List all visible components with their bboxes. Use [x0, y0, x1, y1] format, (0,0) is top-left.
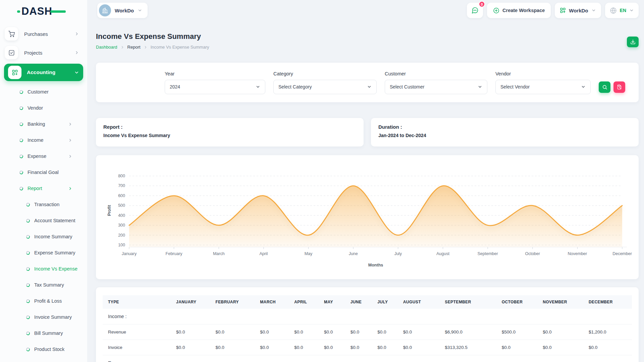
year-value: 2024 — [170, 84, 180, 89]
year-select[interactable]: 2024 — [165, 80, 265, 94]
sidebar-subitem-profit-loss[interactable]: Profit & Loss — [5, 293, 83, 309]
table-row-revenue: Revenue$0.0$0.0$0.0$0.0$0.0$0.0$0.0$0.0$… — [103, 324, 632, 340]
table-header-row: TYPEJANUARYFEBRUARYMARCHAPRILMAYJUNEJULY… — [103, 295, 632, 309]
chevron-down-icon — [478, 84, 482, 89]
sidebar-subitem-expense[interactable]: Expense — [5, 148, 83, 164]
reset-filter-button[interactable] — [613, 81, 625, 93]
profit-area-chart: 100200300400500600700800JanuaryFebruaryM… — [101, 160, 635, 276]
main-content: Income Vs Expense Summary Dashboard Repo… — [87, 21, 644, 362]
svg-text:June: June — [349, 251, 358, 256]
sidebar-subitem-bill-summary[interactable]: Bill Summary — [5, 325, 83, 341]
breadcrumb: Dashboard Report Income Vs Expense Summa… — [96, 45, 209, 50]
bullet-icon — [26, 266, 31, 271]
svg-text:December: December — [612, 251, 632, 256]
language-selector[interactable]: EN — [605, 3, 639, 18]
workspace-switcher[interactable]: WorkDo — [97, 3, 148, 18]
category-select[interactable]: Select Category — [273, 80, 377, 94]
duration-card-value: Jan-2024 to Dec-2024 — [378, 133, 631, 138]
sidebar-subitem-account-statement[interactable]: Account Statement — [5, 213, 83, 229]
report-summary-card: Report : Income Vs Expense Summary — [96, 118, 364, 146]
sidebar-subitem-income-vs-expense[interactable]: Income Vs Expense — [5, 261, 83, 277]
chevron-down-icon — [591, 8, 596, 13]
bullet-icon — [26, 283, 31, 287]
sidebar-item-purchases[interactable]: Purchases — [5, 26, 83, 42]
accounting-grid-icon — [8, 66, 21, 79]
chevron-down-icon — [138, 8, 142, 13]
breadcrumb-dashboard[interactable]: Dashboard — [96, 45, 117, 50]
customer-select[interactable]: Select Customer — [385, 80, 487, 94]
create-workspace-button[interactable]: Create Workspace — [487, 3, 551, 18]
breadcrumb-report[interactable]: Report — [127, 45, 141, 50]
sidebar-subitem-tax-summary[interactable]: Tax Summary — [5, 277, 83, 293]
svg-text:March: March — [213, 251, 225, 256]
sidebar-item-label: Purchases — [24, 31, 48, 37]
profit-chart-card: 100200300400500600700800JanuaryFebruaryM… — [96, 155, 639, 279]
svg-text:August: August — [436, 251, 449, 256]
column-header-august: AUGUST — [398, 295, 440, 309]
sidebar-subitem-financial-goal[interactable]: Financial Goal — [5, 164, 83, 180]
svg-text:July: July — [394, 251, 402, 256]
sidebar-subitem-banking[interactable]: Banking — [5, 116, 83, 132]
summary-cards: Report : Income Vs Expense Summary Durat… — [96, 118, 639, 146]
sidebar-subitem-product-stock[interactable]: Product Stock — [5, 341, 83, 357]
sidebar-item-accounting[interactable]: Accounting — [4, 64, 83, 81]
column-header-december: DECEMBER — [583, 295, 632, 309]
report-card-value: Income Vs Expense Summary — [103, 133, 356, 138]
column-header-june: JUNE — [345, 295, 372, 309]
sidebar-subitem-cash-flow[interactable]: Cash Flow — [5, 357, 83, 362]
download-button[interactable] — [627, 37, 639, 47]
filter-actions — [599, 71, 625, 94]
svg-text:200: 200 — [118, 233, 125, 238]
column-header-february: FEBRUARY — [210, 295, 255, 309]
svg-text:300: 300 — [118, 223, 125, 228]
svg-text:800: 800 — [118, 174, 125, 178]
chevron-down-icon — [367, 84, 372, 89]
sidebar-subitem-customer[interactable]: Customer — [5, 84, 83, 100]
sidebar-item-projects[interactable]: Projects — [5, 45, 83, 60]
sidebar-item-label: Projects — [24, 50, 42, 56]
bullet-icon — [19, 106, 24, 110]
globe-icon — [610, 7, 617, 14]
duration-summary-card: Duration : Jan-2024 to Dec-2024 — [371, 118, 639, 146]
logo-text: DASH — [21, 5, 52, 17]
bullet-icon — [26, 315, 31, 319]
apply-filter-button[interactable] — [599, 81, 610, 93]
sidebar-subitem-income[interactable]: Income — [5, 132, 83, 148]
sidebar-subitem-vendor[interactable]: Vendor — [5, 100, 83, 116]
bullet-icon — [19, 154, 24, 159]
chevron-right-icon — [68, 186, 72, 191]
bullet-icon — [26, 234, 31, 239]
logo-dot — [17, 10, 20, 13]
vendor-label: Vendor — [495, 71, 591, 76]
sidebar-subitem-transaction[interactable]: Transaction — [5, 196, 83, 213]
sidebar-subitem-expense-summary[interactable]: Expense Summary — [5, 245, 83, 261]
download-icon — [630, 39, 636, 45]
notifications-button[interactable]: 0 — [467, 3, 483, 18]
vendor-value: Select Vendor — [500, 84, 530, 89]
svg-text:October: October — [525, 251, 540, 256]
column-header-march: MARCH — [255, 295, 289, 309]
check-square-icon — [5, 46, 18, 59]
column-header-october: OCTOBER — [496, 295, 537, 309]
bullet-icon — [19, 170, 24, 175]
search-icon — [602, 84, 607, 90]
sidebar-subitem-income-summary[interactable]: Income Summary — [5, 229, 83, 245]
income-expense-table: TYPEJANUARYFEBRUARYMARCHAPRILMAYJUNEJULY… — [103, 295, 632, 362]
topbar: WorkDo 0 Create Workspace WorkDo EN — [87, 0, 644, 21]
filter-customer: Customer Select Customer — [385, 71, 487, 94]
file-reset-icon — [617, 84, 622, 89]
account-menu[interactable]: WorkDo — [555, 3, 601, 18]
category-value: Select Category — [278, 84, 312, 89]
svg-text:April: April — [259, 251, 268, 256]
table-row-invoice: Invoice$0.0$0.0$0.0$0.0$0.0$0.0$0.0$0.0$… — [103, 340, 632, 355]
duration-card-title: Duration : — [378, 124, 631, 130]
app-logo[interactable]: DASH — [21, 5, 52, 17]
sidebar-subitem-invoice-summary[interactable]: Invoice Summary — [5, 309, 83, 325]
bullet-icon — [19, 138, 24, 142]
svg-text:Months: Months — [368, 263, 383, 267]
sidebar-subitem-report[interactable]: Report — [5, 180, 83, 196]
accounting-submenu: CustomerVendorBankingIncomeExpenseFinanc… — [5, 84, 83, 362]
building-icon — [102, 7, 108, 14]
create-workspace-label: Create Workspace — [502, 8, 545, 13]
vendor-select[interactable]: Select Vendor — [495, 80, 591, 94]
